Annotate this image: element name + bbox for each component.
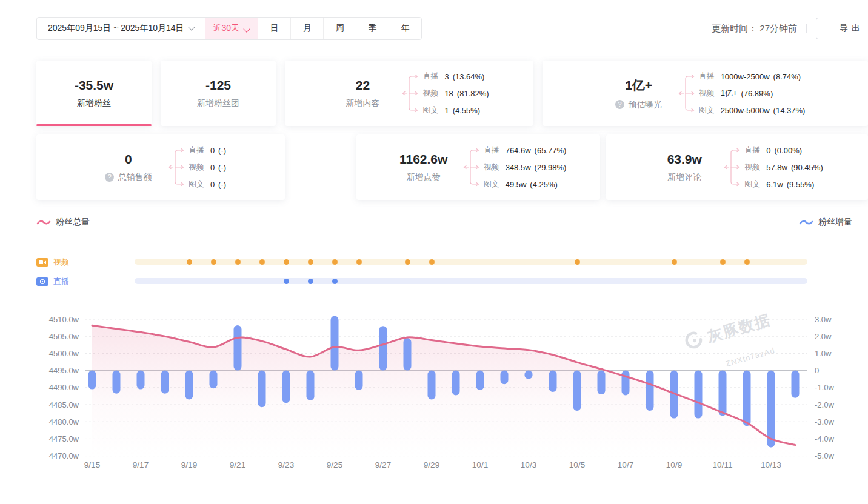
breakdown-connector xyxy=(402,68,419,119)
quick-range-label: 近30天 xyxy=(213,23,240,34)
breakdown-value: 348.5w xyxy=(506,163,531,172)
svg-text:4505.0w: 4505.0w xyxy=(49,332,79,341)
breakdown-value: 57.8w xyxy=(766,163,787,172)
stat-breakdown: 直播 3 (13.64%) 视频 18 (81.82%) 图文 1 (4.55%… xyxy=(402,68,489,119)
breakdown-row: 直播 1000w-2500w (8.74%) xyxy=(699,68,806,85)
video-publish-dot xyxy=(332,259,338,265)
toolbar: 2025年09月15日 ~ 2025年10月14日 近30天 日月周季年 更新时… xyxy=(36,17,868,40)
stat-card-new-comments[interactable]: 63.9w 新增评论 直播 0 (0.00%) 视频 57.8w (90.45%… xyxy=(606,134,868,200)
breakdown-name: 视频 xyxy=(699,88,715,99)
breakdown-value: 6.1w xyxy=(766,180,783,189)
breakdown-name: 视频 xyxy=(484,162,499,173)
video-publish-dot xyxy=(308,259,313,265)
stat-card-new-fans[interactable]: -35.5w 新增粉丝 xyxy=(36,61,152,126)
breakdown-name: 图文 xyxy=(744,179,760,190)
video-publish-dot xyxy=(187,259,192,265)
breakdown-name: 视频 xyxy=(189,162,204,173)
legend-fans-total[interactable]: 粉丝总量 xyxy=(36,217,90,228)
video-publish-dot xyxy=(405,259,410,265)
breakdown-row: 图文 49.5w (4.25%) xyxy=(484,176,567,193)
live-publish-dot xyxy=(308,279,313,284)
stat-card-new-content[interactable]: 22 新增内容 直播 3 (13.64%) 视频 18 (81.82%) 图文 … xyxy=(285,61,533,126)
svg-text:4485.0w: 4485.0w xyxy=(49,400,79,409)
analytics-dashboard: 2025年09月15日 ~ 2025年10月14日 近30天 日月周季年 更新时… xyxy=(0,0,868,504)
breakdown-percent: (76.89%) xyxy=(741,89,773,98)
breakdown-name: 直播 xyxy=(189,145,204,156)
stat-card-estimated-exposure[interactable]: 1亿+ ? 预估曝光 直播 1000w-2500w (8.74%) 视频 1亿+… xyxy=(542,61,868,126)
stat-label: 新增粉丝 xyxy=(77,98,111,109)
live-publish-dot xyxy=(284,279,289,284)
breakdown-row: 直播 764.6w (65.77%) xyxy=(484,142,567,159)
svg-text:10/1: 10/1 xyxy=(472,460,488,469)
video-publish-dot xyxy=(235,259,241,265)
breakdown-value: 764.6w xyxy=(506,146,531,155)
svg-text:4475.0w: 4475.0w xyxy=(49,434,79,443)
date-range-picker[interactable]: 2025年09月15日 ~ 2025年10月14日 xyxy=(37,18,205,39)
quick-range-last30[interactable]: 近30天 xyxy=(205,18,258,39)
help-icon[interactable]: ? xyxy=(615,100,624,109)
breakdown-percent: (13.64%) xyxy=(453,72,485,81)
breakdown-row: 图文 1 (4.55%) xyxy=(422,102,489,119)
stat-breakdown: 直播 0 (0.00%) 视频 57.8w (90.45%) 图文 6.1w (… xyxy=(724,142,823,193)
breakdown-name: 视频 xyxy=(744,162,760,173)
legend-fans-delta[interactable]: 粉丝增量 xyxy=(799,217,852,228)
stat-value: 63.9w xyxy=(651,152,718,167)
video-publish-dot xyxy=(744,259,750,265)
live-timeline-track xyxy=(135,278,807,284)
tab-period-周[interactable]: 周 xyxy=(323,18,356,39)
svg-text:-1.0w: -1.0w xyxy=(815,383,834,392)
stat-card-new-likes[interactable]: 1162.6w 新增点赞 直播 764.6w (65.77%) 视频 348.5… xyxy=(356,134,600,200)
tab-period-日[interactable]: 日 xyxy=(258,18,290,39)
breakdown-name: 图文 xyxy=(422,105,438,116)
svg-text:-5.0w: -5.0w xyxy=(815,451,834,460)
video-publish-dot xyxy=(259,259,265,265)
export-button[interactable]: 导出 xyxy=(816,18,868,39)
breakdown-value: 3 xyxy=(444,72,449,81)
breakdown-percent: (-) xyxy=(218,146,226,155)
video-publish-dot xyxy=(211,259,216,265)
svg-text:9/25: 9/25 xyxy=(327,460,342,469)
date-filter-group: 2025年09月15日 ~ 2025年10月14日 近30天 日月周季年 xyxy=(36,17,422,40)
breakdown-percent: (4.25%) xyxy=(530,180,558,189)
breakdown-value: 0 xyxy=(766,146,770,155)
video-icon xyxy=(36,257,48,267)
chevron-down-icon xyxy=(184,27,194,30)
legend-label: 粉丝总量 xyxy=(56,217,90,228)
right-axis-labels: 3.0w2.0w1.0w0-1.0w-2.0w-3.0w-4.0w-5.0w xyxy=(815,315,834,461)
breakdown-value: 0 xyxy=(210,146,215,155)
svg-text:9/23: 9/23 xyxy=(278,460,294,469)
video-publish-dot xyxy=(720,259,726,265)
svg-text:2.0w: 2.0w xyxy=(815,332,832,341)
svg-text:10/9: 10/9 xyxy=(666,460,682,469)
breakdown-value: 0 xyxy=(210,163,215,172)
stat-value: -35.5w xyxy=(61,78,127,93)
svg-text:4490.0w: 4490.0w xyxy=(49,383,79,392)
svg-text:4480.0w: 4480.0w xyxy=(49,417,79,426)
help-icon[interactable]: ? xyxy=(105,173,114,182)
breakdown-percent: (8.74%) xyxy=(773,72,801,81)
stat-card-total-sales[interactable]: 0 ? 总销售额 直播 0 (-) 视频 0 (-) 图文 0 ( xyxy=(36,134,285,200)
stat-label: 新增内容 xyxy=(346,98,379,109)
breakdown-value: 18 xyxy=(444,89,453,98)
video-timeline-text: 视频 xyxy=(53,257,69,268)
svg-text:0: 0 xyxy=(815,366,819,375)
tab-period-季[interactable]: 季 xyxy=(356,18,389,39)
stat-value: 22 xyxy=(329,78,396,93)
svg-text:10/5: 10/5 xyxy=(569,460,585,469)
tab-period-月[interactable]: 月 xyxy=(290,18,323,39)
video-publish-dot xyxy=(429,259,435,265)
breakdown-percent: (9.55%) xyxy=(787,180,815,189)
breakdown-row: 视频 0 (-) xyxy=(189,159,226,176)
video-publish-dot xyxy=(575,259,580,265)
tab-period-年[interactable]: 年 xyxy=(389,18,421,39)
breakdown-name: 视频 xyxy=(422,88,438,99)
stat-card-new-fanclub[interactable]: -125 新增粉丝团 xyxy=(161,61,276,126)
breakdown-row: 视频 1亿+ (76.89%) xyxy=(699,85,806,102)
wave-icon-blue xyxy=(799,219,813,226)
breakdown-value: 1亿+ xyxy=(721,88,738,99)
fans-chart: 4510.0w4505.0w4500.0w4495.0w4490.0w4485.… xyxy=(0,303,868,476)
live-timeline-text: 直播 xyxy=(53,276,69,287)
breakdown-percent: (4.55%) xyxy=(453,106,481,115)
svg-text:-3.0w: -3.0w xyxy=(815,417,834,426)
svg-text:10/7: 10/7 xyxy=(618,460,633,469)
